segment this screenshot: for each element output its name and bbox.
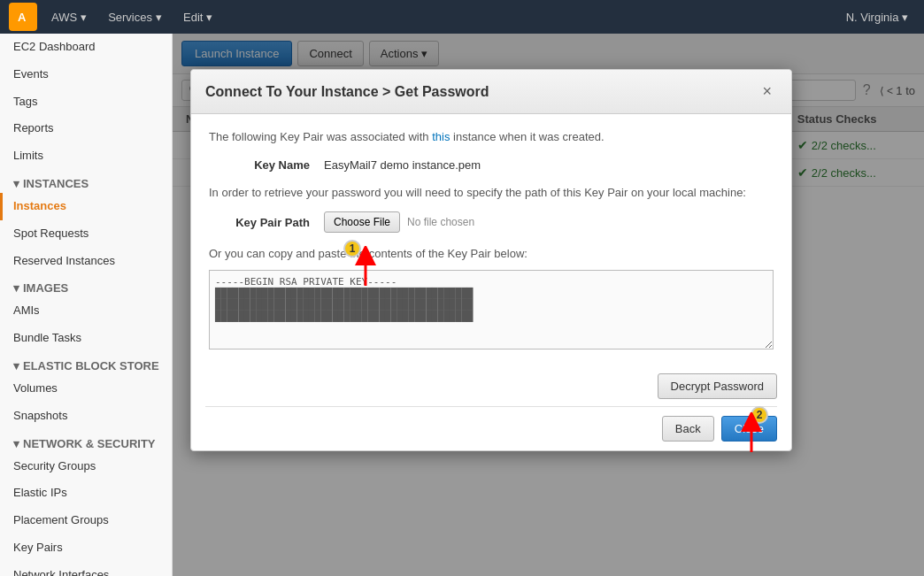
modal-close-button[interactable]: × <box>757 81 777 103</box>
aws-logo: A <box>9 3 37 31</box>
sidebar-section-instances: ▾ INSTANCES <box>0 170 172 193</box>
modal-header: Connect To Your Instance > Get Password … <box>191 70 791 114</box>
sidebar-item-amis[interactable]: AMIs <box>0 297 172 325</box>
key-name-value: EasyMail7 demo instance.pem <box>324 158 481 172</box>
nav-aws[interactable]: AWS ▾ <box>44 7 94 27</box>
sidebar-item-instances[interactable]: Instances <box>0 193 172 220</box>
nav-edit[interactable]: Edit ▾ <box>176 7 219 27</box>
sidebar-item-limits[interactable]: Limits <box>0 142 172 170</box>
sidebar-item-placement-groups[interactable]: Placement Groups <box>0 507 172 534</box>
modal-info-text-1: The following Key Pair was associated wi… <box>209 128 774 146</box>
sidebar-section-ebs: ▾ ELASTIC BLOCK STORE <box>0 352 172 375</box>
sidebar-item-volumes[interactable]: Volumes <box>0 375 172 403</box>
decrypt-annotation-container: Decrypt Password 2 <box>658 373 777 399</box>
back-button[interactable]: Back <box>662 416 714 442</box>
sidebar-item-bundle-tasks[interactable]: Bundle Tasks <box>0 325 172 352</box>
modal-info-text-2: In order to retrieve your password you w… <box>209 184 774 202</box>
key-pair-textarea[interactable]: -----BEGIN RSA PRIVATE KEY----- ████████… <box>209 270 774 349</box>
sidebar-item-key-pairs[interactable]: Key Pairs <box>0 534 172 562</box>
content-area: Launch Instance Connect Actions ▾ 🔍 ? ⟨ … <box>173 34 924 576</box>
modal-overlay: Connect To Your Instance > Get Password … <box>173 34 924 576</box>
nav-region[interactable]: N. Virginia ▾ <box>839 7 915 27</box>
svg-text:A: A <box>18 11 27 24</box>
nav-services[interactable]: Services ▾ <box>101 7 169 27</box>
key-name-row: Key Name EasyMail7 demo instance.pem <box>209 158 774 172</box>
sidebar-item-spot-requests[interactable]: Spot Requests <box>0 220 172 248</box>
choose-file-button[interactable]: Choose File <box>324 211 400 233</box>
modal: Connect To Your Instance > Get Password … <box>190 69 792 451</box>
close-modal-button[interactable]: Close <box>721 416 777 442</box>
modal-body: The following Key Pair was associated wi… <box>191 114 791 366</box>
key-name-label: Key Name <box>209 158 324 172</box>
annotation-1: 1 <box>343 240 361 257</box>
sidebar-item-ec2-dashboard[interactable]: EC2 Dashboard <box>0 34 172 61</box>
this-link[interactable]: this <box>432 130 450 143</box>
annotation-2: 2 <box>751 406 768 424</box>
sidebar-item-reserved-instances[interactable]: Reserved Instances <box>0 248 172 275</box>
modal-action-footer: Back Close <box>191 407 791 450</box>
sidebar-section-images: ▾ IMAGES <box>0 274 172 297</box>
main-layout: EC2 Dashboard Events Tags Reports Limits… <box>0 34 924 576</box>
sidebar-item-security-groups[interactable]: Security Groups <box>0 453 172 480</box>
no-file-text: No file chosen <box>407 216 474 228</box>
modal-info-text-3: Or you can copy and paste the contents o… <box>209 245 774 263</box>
sidebar-item-snapshots[interactable]: Snapshots <box>0 403 172 430</box>
sidebar-item-network-interfaces[interactable]: Network Interfaces <box>0 562 172 576</box>
sidebar-item-elastic-ips[interactable]: Elastic IPs <box>0 480 172 507</box>
key-pair-path-row: Key Pair Path Choose File No file chosen… <box>209 211 774 233</box>
decrypt-password-button[interactable]: Decrypt Password <box>658 373 777 399</box>
sidebar: EC2 Dashboard Events Tags Reports Limits… <box>0 34 173 576</box>
sidebar-item-events[interactable]: Events <box>0 61 172 88</box>
modal-footer: Decrypt Password 2 <box>191 366 791 406</box>
key-pair-path-label: Key Pair Path <box>209 216 324 229</box>
top-nav: A AWS ▾ Services ▾ Edit ▾ N. Virginia ▾ <box>0 0 924 34</box>
annotation-badge-1: 1 <box>343 240 361 257</box>
annotation-badge-2: 2 <box>751 406 768 424</box>
sidebar-item-tags[interactable]: Tags <box>0 88 172 116</box>
modal-title: Connect To Your Instance > Get Password <box>205 84 489 100</box>
sidebar-item-reports[interactable]: Reports <box>0 115 172 142</box>
file-input-row: Choose File No file chosen 1 <box>324 211 474 233</box>
sidebar-section-network-security: ▾ NETWORK & SECURITY <box>0 430 172 453</box>
